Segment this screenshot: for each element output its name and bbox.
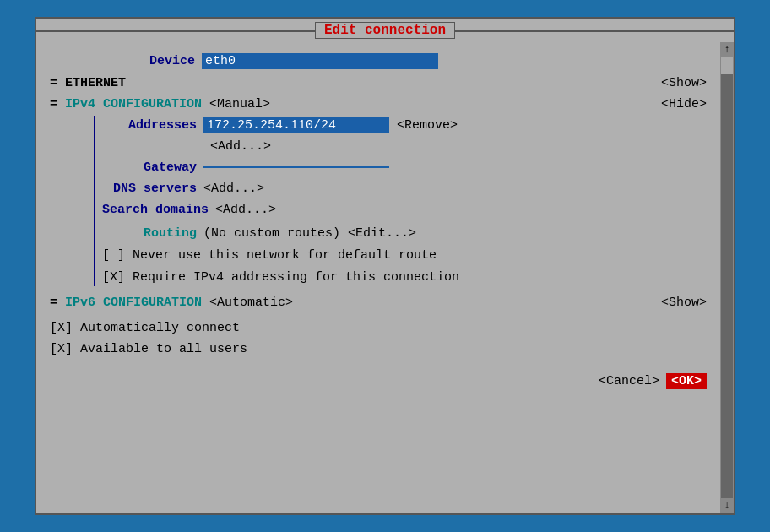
content-area: Device eth0 = ETHERNET <Show> = IPv4 CON… — [36, 42, 720, 513]
search-add-btn[interactable]: <Add...> — [215, 203, 276, 217]
device-row: Device eth0 — [50, 52, 707, 70]
title-bar: Edit connection — [36, 19, 734, 42]
ok-button[interactable]: <OK> — [666, 373, 707, 389]
ipv6-config-value[interactable]: <Automatic> — [209, 296, 293, 310]
ipv4-config-label: CONFIGURATION — [103, 97, 202, 111]
dialog-title: Edit connection — [315, 22, 455, 39]
scroll-down-arrow[interactable]: ↓ — [724, 500, 729, 512]
require-ipv4-row: [X] Require IPv4 addressing for this con… — [102, 268, 707, 286]
never-route-row: [ ] Never use this network for default r… — [102, 246, 707, 264]
ipv4-mid: IPv4 — [65, 97, 95, 111]
routing-label: Routing — [102, 226, 203, 241]
ethernet-section: = ETHERNET — [50, 76, 126, 90]
ipv4-section-body: Addresses 172.25.254.110/24 <Remove> <Ad… — [94, 116, 707, 286]
scroll-up-arrow[interactable]: ↑ — [724, 44, 729, 56]
routing-value: (No custom routes) — [203, 226, 340, 241]
dns-label: DNS servers — [102, 182, 203, 196]
remove-address-btn[interactable]: <Remove> — [397, 118, 458, 133]
available-users-row: [X] Available to all users — [50, 339, 707, 358]
ipv6-show-btn[interactable]: <Show> — [661, 296, 707, 310]
dialog: Edit connection Device eth0 = ETHERNET <… — [35, 17, 735, 515]
ethernet-show-btn[interactable]: <Show> — [661, 76, 707, 90]
bottom-bar: <Cancel> <OK> — [50, 368, 707, 394]
addresses-label: Addresses — [102, 118, 203, 133]
address-input[interactable]: 172.25.254.110/24 — [203, 117, 389, 133]
gateway-input[interactable] — [203, 166, 389, 168]
ipv4-header-row: = IPv4 CONFIGURATION <Manual> <Hide> — [50, 95, 707, 113]
ipv4-hide-btn[interactable]: <Hide> — [661, 97, 707, 111]
ipv6-mid: IPv6 — [65, 296, 95, 310]
auto-connect-label[interactable]: [X] Automatically connect — [50, 321, 240, 335]
dns-row: DNS servers <Add...> — [102, 179, 707, 198]
addresses-row: Addresses 172.25.254.110/24 <Remove> — [102, 116, 707, 134]
ipv6-config-label: CONFIGURATION — [103, 296, 202, 310]
device-label: Device — [50, 54, 202, 68]
gateway-row: Gateway — [102, 158, 707, 176]
available-users-label[interactable]: [X] Available to all users — [50, 342, 247, 356]
dialog-inner: Device eth0 = ETHERNET <Show> = IPv4 CON… — [36, 42, 734, 513]
dns-add-btn[interactable]: <Add...> — [203, 182, 264, 196]
require-ipv4-label[interactable]: [X] Require IPv4 addressing for this con… — [102, 270, 459, 285]
gateway-label: Gateway — [102, 160, 203, 175]
ipv6-prefix: = — [50, 296, 57, 310]
scroll-thumb[interactable] — [721, 57, 733, 74]
device-input[interactable]: eth0 — [202, 53, 438, 69]
scrollbar[interactable]: ↑ ↓ — [720, 42, 734, 513]
search-row: Search domains <Add...> — [102, 200, 707, 219]
never-route-label[interactable]: [ ] Never use this network for default r… — [102, 248, 437, 263]
search-label: Search domains — [102, 203, 215, 217]
add-address-row: <Add...> — [102, 137, 707, 155]
add-address-btn[interactable]: <Add...> — [210, 139, 271, 154]
ethernet-row: = ETHERNET <Show> — [50, 73, 707, 92]
ipv4-config-value[interactable]: <Manual> — [209, 97, 270, 111]
scroll-track[interactable] — [721, 57, 733, 498]
ipv4-prefix: = — [50, 97, 57, 111]
auto-connect-row: [X] Automatically connect — [50, 318, 707, 337]
screen: Edit connection Device eth0 = ETHERNET <… — [0, 0, 770, 532]
ipv6-header-row: = IPv6 CONFIGURATION <Automatic> <Show> — [50, 293, 707, 312]
routing-edit-btn[interactable]: <Edit...> — [348, 226, 416, 241]
cancel-button[interactable]: <Cancel> — [599, 374, 659, 388]
routing-row: Routing (No custom routes) <Edit...> — [102, 224, 707, 242]
